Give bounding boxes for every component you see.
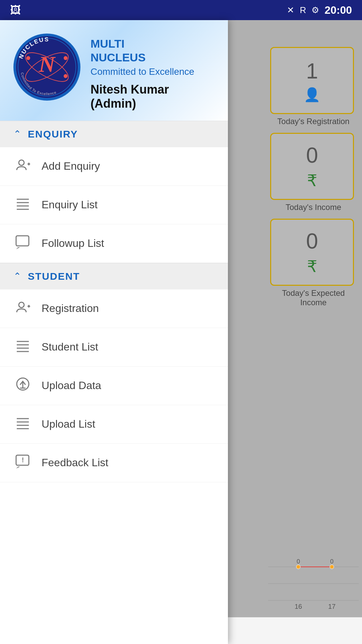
add-enquiry-label: Add Enquiry [42,160,100,172]
menu-student-list[interactable]: Student List [0,328,228,367]
enquiry-section-title: ENQUIRY [28,128,78,140]
svg-text:!: ! [22,456,24,464]
menu-enquiry-list[interactable]: Enquiry List [0,186,228,224]
drawer-header: NUCLEUS Committed To Excellence N MU [0,20,228,121]
status-bar-left-icons: 🖼 [10,4,21,16]
income-label: Today's Income [270,200,357,213]
signal-icon: ✕ [287,5,294,15]
settings-icon: ⚙ [311,5,319,15]
student-list-icon [13,338,32,356]
rupee-icon-income: ₹ [307,171,317,190]
registration-icon [13,300,32,318]
org-line1: MULTI [90,37,215,51]
upload-data-icon [13,377,32,395]
income-count: 0 [306,143,318,168]
menu-add-enquiry[interactable]: Add Enquiry [0,147,228,186]
student-section-title: STUDENT [28,271,80,282]
menu-feedback-list[interactable]: ! Feedback List [0,444,228,482]
drawer-user-info: MULTI NUCLEUS Committed to Excellence Ni… [90,34,215,111]
svg-point-19 [19,160,24,165]
section-enquiry[interactable]: ⌃ ENQUIRY [0,121,228,147]
svg-text:0: 0 [297,558,300,565]
card-registration: 1 👤 Today's Registration [270,47,357,127]
expected-income-label: Today's Expected Income [270,286,357,309]
logo-svg: NUCLEUS Committed To Excellence N [15,34,79,101]
svg-text:17: 17 [328,603,336,610]
menu-registration[interactable]: Registration [0,289,228,328]
rupee-icon-expected: ₹ [307,257,317,276]
svg-point-16 [26,56,31,60]
expected-income-count: 0 [306,229,318,254]
svg-text:N: N [39,52,56,77]
org-tagline: Committed to Excellence [90,66,215,77]
menu-upload-data[interactable]: Upload Data [0,367,228,405]
add-enquiry-icon [13,157,32,175]
registration-label: Today's Registration [270,114,357,127]
chart-svg: 0 0 16 17 [265,517,362,617]
svg-text:0: 0 [330,558,334,565]
status-icons: ✕ R ⚙ 20:00 [287,4,352,16]
navigation-drawer: NUCLEUS Committed To Excellence N MU [0,20,228,644]
income-card: 0 ₹ [270,133,354,200]
enquiry-list-label: Enquiry List [42,199,98,211]
svg-text:16: 16 [295,603,302,610]
svg-point-18 [64,56,68,60]
student-list-label: Student List [42,341,98,353]
svg-point-3 [296,565,300,569]
svg-point-27 [19,302,24,308]
user-name: Nitesh Kumar (Admin) [90,83,215,111]
feedback-icon: ! [13,454,32,472]
card-expected-income: 0 ₹ Today's Expected Income [270,219,357,309]
enquiry-list-icon [13,196,32,214]
followup-list-label: Followup List [42,237,104,250]
photo-icon: 🖼 [10,4,21,16]
svg-point-4 [330,565,334,569]
dashboard-cards: 1 👤 Today's Registration 0 ₹ Today's Inc… [265,40,362,315]
org-line2: NUCLEUS [90,51,215,64]
section-student[interactable]: ⌃ STUDENT [0,263,228,289]
registration-label: Registration [42,302,99,315]
chart-area: 0 0 16 17 [265,517,362,617]
expected-income-card: 0 ₹ [270,219,354,286]
clock: 20:00 [324,4,352,16]
enquiry-chevron-icon: ⌃ [13,128,21,140]
student-chevron-icon: ⌃ [13,271,21,282]
upload-list-icon [13,415,32,433]
app-logo: NUCLEUS Committed To Excellence N [13,34,80,101]
upload-list-label: Upload List [42,418,95,430]
feedback-list-label: Feedback List [42,457,108,469]
upload-data-label: Upload Data [42,379,101,392]
menu-upload-list[interactable]: Upload List [0,405,228,444]
svg-point-17 [64,74,68,78]
person-icon: 👤 [304,87,320,103]
registration-card: 1 👤 [270,47,354,114]
status-bar: 🖼 ✕ R ⚙ 20:00 [0,0,362,20]
card-income: 0 ₹ Today's Income [270,133,357,213]
menu-followup-list[interactable]: Followup List [0,224,228,263]
registration-count: 1 [306,59,318,84]
network-r-icon: R [300,5,306,15]
followup-icon [13,234,32,253]
svg-rect-26 [16,236,29,246]
